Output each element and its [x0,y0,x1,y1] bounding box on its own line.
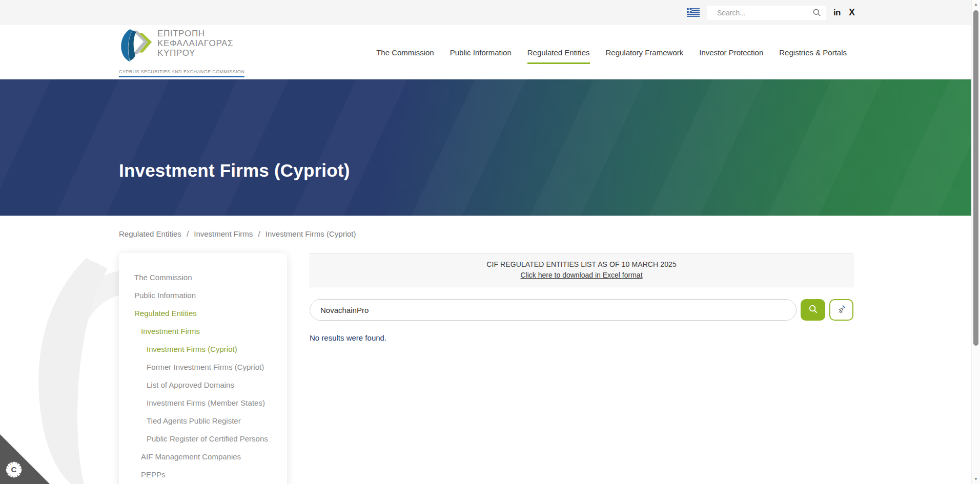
site-header: ΕΠΙΤΡΟΠΗ ΚΕΦΑΛΑΙΑΓΟΡΑΣ ΚΥΠΡΟΥ CYPRUS SEC… [0,25,971,79]
nav-registries-portals[interactable]: Registries & Portals [779,48,847,57]
linkedin-icon[interactable]: in [833,8,841,18]
main-panel: CIF REGULATED ENTITIES LIST AS OF 10 MAR… [310,253,853,342]
breadcrumb-separator: / [187,229,189,238]
nav-public-information[interactable]: Public Information [450,48,512,57]
sidebar-item-investment-firms[interactable]: Investment Firms [119,322,287,340]
sidebar-item-former-investment-firms[interactable]: Former Investment Firms (Cypriot) [119,358,287,376]
logo-title-line: ΚΥΠΡΟΥ [157,48,233,58]
breadcrumb: Regulated Entities / Investment Firms / … [119,229,971,238]
scroll-down-icon[interactable]: ▼ [972,476,980,483]
entity-search-input[interactable] [310,299,797,321]
content-area: The Commission Public Information Regula… [0,253,971,484]
sidebar-item-the-commission[interactable]: The Commission [119,268,287,286]
nav-regulatory-framework[interactable]: Regulatory Framework [606,48,684,57]
cookie-settings-gear-icon[interactable]: C [5,460,23,480]
cysec-logo-mark-icon [119,28,153,67]
cif-list-notice: CIF REGULATED ENTITIES LIST AS OF 10 MAR… [310,253,853,287]
breadcrumb-separator: / [258,229,260,238]
search-button[interactable] [801,299,825,321]
entity-search-row [310,299,853,321]
logo-title-line: ΕΠΙΤΡΟΠΗ [157,29,233,38]
sidebar-item-approved-domains[interactable]: List of Approved Domains [119,376,287,394]
magnifier-icon [808,304,818,315]
sidebar-item-pepps[interactable]: PEPPs [119,466,287,483]
greek-flag-icon[interactable] [687,8,700,17]
hero-banner: Investment Firms (Cypriot) [0,79,971,216]
topbar: in X [0,0,971,25]
cysec-logo[interactable]: ΕΠΙΤΡΟΠΗ ΚΕΦΑΛΑΙΑΓΟΡΑΣ ΚΥΠΡΟΥ CYPRUS SEC… [119,28,244,77]
x-twitter-icon[interactable]: X [849,7,855,18]
topbar-search-input[interactable] [707,6,812,20]
scrollbar[interactable]: ▲ ▼ [971,0,980,484]
logo-subtitle: CYPRUS SECURITIES AND EXCHANGE COMMISSIO… [119,69,244,77]
scroll-up-icon[interactable]: ▲ [972,1,980,8]
sidebar-menu: The Commission Public Information Regula… [119,253,287,484]
sidebar-item-regulated-entities[interactable]: Regulated Entities [119,304,287,322]
sidebar-item-public-information[interactable]: Public Information [119,286,287,304]
svg-text:C: C [11,465,16,474]
breadcrumb-regulated-entities[interactable]: Regulated Entities [119,229,181,238]
topbar-search [707,6,826,20]
sidebar-item-member-states[interactable]: Investment Firms (Member States) [119,394,287,412]
excel-download-link[interactable]: Click here to download in Excel format [520,271,642,279]
nav-investor-protection[interactable]: Investor Protection [699,48,763,57]
search-icon[interactable] [812,8,826,17]
broom-icon [836,304,847,316]
breadcrumb-investment-firms[interactable]: Investment Firms [194,229,253,238]
logo-title-line: ΚΕΦΑΛΑΙΑΓΟΡΑΣ [157,38,233,48]
nav-the-commission[interactable]: The Commission [376,48,434,57]
sidebar-item-investment-firms-cypriot[interactable]: Investment Firms (Cypriot) [119,340,287,358]
page-title: Investment Firms (Cypriot) [119,160,350,181]
notice-title: CIF REGULATED ENTITIES LIST AS OF 10 MAR… [315,260,848,268]
sidebar-item-tied-agents[interactable]: Tied Agents Public Register [119,412,287,430]
breadcrumb-current-page: Investment Firms (Cypriot) [266,229,356,238]
primary-nav: The Commission Public Information Regula… [376,48,847,57]
clear-search-button[interactable] [829,299,853,321]
page: in X ΕΠΙΤΡΟΠΗ ΚΕΦΑΛΑΙΑΓΟΡΑΣ ΚΥΠΡΟΥ [0,0,971,484]
empty-results-message: No results were found. [310,333,853,342]
scrollbar-thumb[interactable] [973,10,978,346]
nav-regulated-entities[interactable]: Regulated Entities [527,48,590,57]
sidebar-item-aif-management[interactable]: AIF Management Companies [119,448,287,466]
sidebar-item-certified-persons[interactable]: Public Register of Certified Persons [119,430,287,448]
